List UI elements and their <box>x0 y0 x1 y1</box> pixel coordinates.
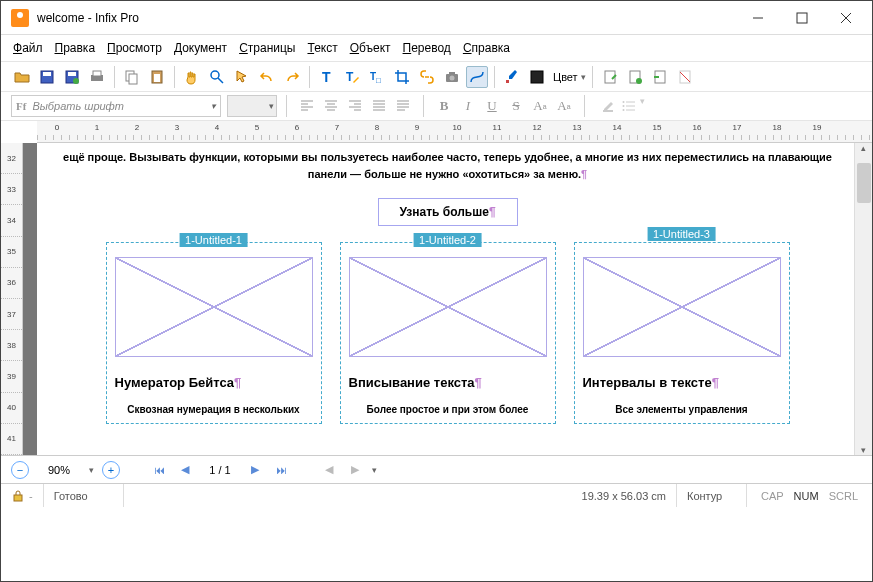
camera-icon[interactable] <box>441 66 463 88</box>
open-icon[interactable] <box>11 66 33 88</box>
svg-rect-23 <box>449 72 455 75</box>
prev-page-button[interactable]: ◀ <box>176 461 194 479</box>
card-label: 1-Untitled-1 <box>179 233 248 247</box>
svg-rect-1 <box>797 13 807 23</box>
svg-rect-24 <box>506 80 509 83</box>
zoom-out-button[interactable]: − <box>11 461 29 479</box>
svg-point-22 <box>450 75 455 80</box>
card-3[interactable]: 1-Untitled-3Интервалы в тексте¶Все элеме… <box>574 242 790 424</box>
card-title: Интервалы в тексте¶ <box>583 375 781 390</box>
font-size[interactable]: ▾ <box>227 95 277 117</box>
eyedrop-icon[interactable] <box>501 66 523 88</box>
status-ready: Готово <box>44 484 124 507</box>
align-center-icon[interactable] <box>320 95 342 117</box>
menu-файл[interactable]: Файл <box>13 41 43 55</box>
card-desc: Сквозная нумерация в нескольких <box>115 404 313 415</box>
status-scrl: SCRL <box>829 490 858 502</box>
card-title: Вписывание текста¶ <box>349 375 547 390</box>
fillcolor-icon[interactable] <box>526 66 548 88</box>
ruler-vertical: 32333435363738394041 <box>1 143 23 455</box>
save-icon[interactable] <box>36 66 58 88</box>
strike-button[interactable]: S <box>505 95 527 117</box>
minimize-button[interactable] <box>736 3 780 33</box>
menu-перевод[interactable]: Перевод <box>403 41 451 55</box>
card-desc: Более простое и при этом более <box>349 404 547 415</box>
pointer-icon[interactable] <box>231 66 253 88</box>
font-select[interactable]: Ff Выбрать шрифт ▾ <box>11 95 221 117</box>
crop-icon[interactable] <box>391 66 413 88</box>
card-label: 1-Untitled-2 <box>413 233 482 247</box>
svg-point-33 <box>623 101 625 103</box>
hand-icon[interactable] <box>181 66 203 88</box>
copy-icon[interactable] <box>121 66 143 88</box>
status-mode[interactable]: Контур <box>677 484 747 507</box>
underline-button[interactable]: U <box>481 95 503 117</box>
status-num: NUM <box>794 490 819 502</box>
close-button[interactable] <box>824 3 868 33</box>
list-icon[interactable] <box>619 96 639 116</box>
menu-правка[interactable]: Правка <box>55 41 96 55</box>
paste-icon[interactable] <box>146 66 168 88</box>
intro-text: ещё проще. Вызывать функции, которыми вы… <box>57 149 838 182</box>
saveas-icon[interactable] <box>61 66 83 88</box>
doc2-icon[interactable] <box>624 66 646 88</box>
sub-button[interactable]: Aa <box>553 95 575 117</box>
svg-rect-25 <box>531 71 543 83</box>
zoom-value[interactable]: 90% <box>37 464 81 476</box>
svg-rect-7 <box>68 72 76 76</box>
menu-просмотр[interactable]: Просмотр <box>107 41 162 55</box>
align-justify-icon[interactable] <box>368 95 390 117</box>
align-left-icon[interactable] <box>296 95 318 117</box>
image-placeholder <box>115 257 313 357</box>
menu-объект[interactable]: Объект <box>350 41 391 55</box>
window-title: welcome - Infix Pro <box>37 11 736 25</box>
scrollbar-vertical[interactable]: ▴▾ <box>854 143 872 455</box>
page-input[interactable] <box>202 461 238 479</box>
svg-rect-36 <box>14 495 22 501</box>
doc3-icon[interactable] <box>649 66 671 88</box>
next-page-button[interactable]: ▶ <box>246 461 264 479</box>
zoom-in-button[interactable]: + <box>102 461 120 479</box>
menu-справка[interactable]: Справка <box>463 41 510 55</box>
nav-fwd-button[interactable]: ▶ <box>346 461 364 479</box>
zoom-icon[interactable] <box>206 66 228 88</box>
italic-button[interactable]: I <box>457 95 479 117</box>
text-link-icon[interactable]: T□ <box>366 66 388 88</box>
card-2[interactable]: 1-Untitled-2Вписывание текста¶Более прос… <box>340 242 556 424</box>
doc1-icon[interactable] <box>599 66 621 88</box>
first-page-button[interactable]: ⏮ <box>150 461 168 479</box>
align-justify2-icon[interactable] <box>392 95 414 117</box>
learn-more-button[interactable]: Узнать больше¶ <box>378 198 518 226</box>
undo-icon[interactable] <box>256 66 278 88</box>
doc4-icon[interactable] <box>674 66 696 88</box>
last-page-button[interactable]: ⏭ <box>272 461 290 479</box>
color-label: Цвет <box>553 71 578 83</box>
svg-point-34 <box>623 105 625 107</box>
card-desc: Все элементы управления <box>583 404 781 415</box>
app-icon <box>11 9 29 27</box>
maximize-button[interactable] <box>780 3 824 33</box>
curve-icon[interactable] <box>466 66 488 88</box>
link-icon[interactable] <box>416 66 438 88</box>
svg-rect-5 <box>43 72 51 76</box>
svg-rect-32 <box>603 110 613 112</box>
svg-point-15 <box>211 71 219 79</box>
redo-icon[interactable] <box>281 66 303 88</box>
menu-документ[interactable]: Документ <box>174 41 227 55</box>
card-title: Нумератор Бейтса¶ <box>115 375 313 390</box>
menu-страницы[interactable]: Страницы <box>239 41 295 55</box>
card-1[interactable]: 1-Untitled-1Нумератор Бейтса¶Сквозная ну… <box>106 242 322 424</box>
nav-back-button[interactable]: ◀ <box>320 461 338 479</box>
svg-text:T: T <box>322 69 331 85</box>
highlight-icon[interactable] <box>598 96 618 116</box>
svg-rect-10 <box>93 71 101 76</box>
lock-icon <box>11 489 25 503</box>
menu-текст[interactable]: Текст <box>307 41 337 55</box>
print-icon[interactable] <box>86 66 108 88</box>
document-page[interactable]: ещё проще. Вызывать функции, которыми вы… <box>37 143 858 455</box>
text-edit-icon[interactable]: T <box>341 66 363 88</box>
bold-button[interactable]: B <box>433 95 455 117</box>
text-tool-icon[interactable]: T <box>316 66 338 88</box>
super-button[interactable]: Aa <box>529 95 551 117</box>
align-right-icon[interactable] <box>344 95 366 117</box>
